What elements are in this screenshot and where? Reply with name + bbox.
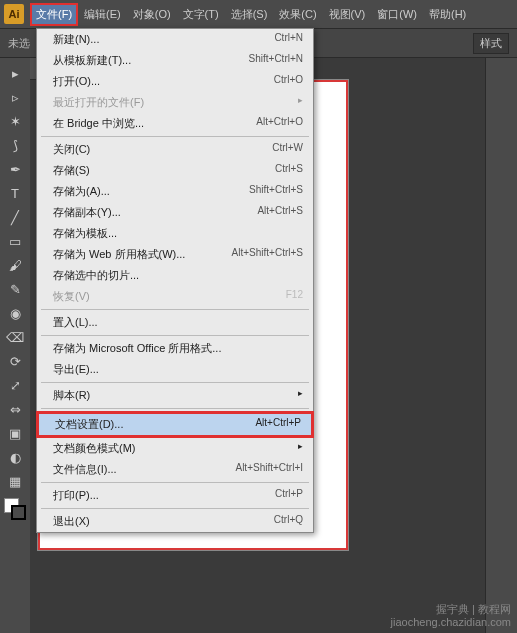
magic-wand-tool[interactable]: ✶ [3, 110, 27, 132]
menu-item-label: 退出(X) [53, 514, 90, 529]
pencil-tool[interactable]: ✎ [3, 278, 27, 300]
menu-item-4[interactable]: 在 Bridge 中浏览...Alt+Ctrl+O [37, 113, 313, 134]
selection-tool[interactable]: ▸ [3, 62, 27, 84]
menu-item-shortcut: Ctrl+P [275, 488, 303, 503]
menu-item-label: 文档设置(D)... [55, 417, 123, 432]
menu-0[interactable]: 文件(F) [30, 3, 78, 26]
menu-item-shortcut: F12 [286, 289, 303, 304]
menu-item-label: 最近打开的文件(F) [53, 95, 144, 110]
menu-separator [41, 309, 309, 310]
file-menu-dropdown: 新建(N)...Ctrl+N从模板新建(T)...Shift+Ctrl+N打开(… [36, 28, 314, 533]
menu-separator [41, 482, 309, 483]
menu-item-label: 导出(E)... [53, 362, 99, 377]
menu-3[interactable]: 文字(T) [177, 3, 225, 26]
menu-item-shortcut: Alt+Ctrl+P [255, 417, 301, 432]
tool-panel: ▸▹✶⟆✒T╱▭🖌✎◉⌫⟳⤢⇔▣◐▦ [0, 58, 30, 633]
menu-item-label: 文档颜色模式(M) [53, 441, 136, 456]
menu-item-shortcut: Shift+Ctrl+N [249, 53, 303, 68]
menu-item-label: 存储(S) [53, 163, 90, 178]
menu-item-8[interactable]: 存储为(A)...Shift+Ctrl+S [37, 181, 313, 202]
menu-1[interactable]: 编辑(E) [78, 3, 127, 26]
menu-item-15[interactable]: 置入(L)... [37, 312, 313, 333]
menu-item-11[interactable]: 存储为 Web 所用格式(W)...Alt+Shift+Ctrl+S [37, 244, 313, 265]
menu-item-13: 恢复(V)F12 [37, 286, 313, 307]
menu-separator [41, 335, 309, 336]
menu-item-20[interactable]: 脚本(R) [37, 385, 313, 406]
menu-item-shortcut: Shift+Ctrl+S [249, 184, 303, 199]
menu-item-label: 打开(O)... [53, 74, 100, 89]
menu-item-24[interactable]: 文件信息(I)...Alt+Shift+Ctrl+I [37, 459, 313, 480]
menu-item-6[interactable]: 关闭(C)Ctrl+W [37, 139, 313, 160]
menu-8[interactable]: 帮助(H) [423, 3, 472, 26]
menu-item-12[interactable]: 存储选中的切片... [37, 265, 313, 286]
menu-item-shortcut: Ctrl+O [274, 74, 303, 89]
line-tool[interactable]: ╱ [3, 206, 27, 228]
blob-brush-tool[interactable]: ◉ [3, 302, 27, 324]
menu-item-17[interactable]: 存储为 Microsoft Office 所用格式... [37, 338, 313, 359]
menu-item-label: 关闭(C) [53, 142, 90, 157]
menu-item-28[interactable]: 退出(X)Ctrl+Q [37, 511, 313, 532]
menu-item-shortcut: Alt+Shift+Ctrl+S [232, 247, 303, 262]
menu-6[interactable]: 视图(V) [323, 3, 372, 26]
menu-7[interactable]: 窗口(W) [371, 3, 423, 26]
menu-separator [41, 408, 309, 409]
eraser-tool[interactable]: ⌫ [3, 326, 27, 348]
menu-item-18[interactable]: 导出(E)... [37, 359, 313, 380]
menu-item-label: 存储副本(Y)... [53, 205, 121, 220]
free-transform-tool[interactable]: ▣ [3, 422, 27, 444]
menu-item-shortcut: Ctrl+S [275, 163, 303, 178]
menu-item-26[interactable]: 打印(P)...Ctrl+P [37, 485, 313, 506]
menu-item-3: 最近打开的文件(F) [37, 92, 313, 113]
menu-item-label: 置入(L)... [53, 315, 98, 330]
menu-item-22[interactable]: 文档设置(D)...Alt+Ctrl+P [39, 414, 311, 435]
menu-item-shortcut: Ctrl+N [274, 32, 303, 47]
menu-item-9[interactable]: 存储副本(Y)...Alt+Ctrl+S [37, 202, 313, 223]
menu-5[interactable]: 效果(C) [273, 3, 322, 26]
rect-tool[interactable]: ▭ [3, 230, 27, 252]
menu-item-7[interactable]: 存储(S)Ctrl+S [37, 160, 313, 181]
direct-select-tool[interactable]: ▹ [3, 86, 27, 108]
menu-item-label: 存储为(A)... [53, 184, 110, 199]
type-tool[interactable]: T [3, 182, 27, 204]
menu-separator [41, 508, 309, 509]
menu-item-shortcut: Ctrl+Q [274, 514, 303, 529]
width-tool[interactable]: ⇔ [3, 398, 27, 420]
menu-separator [41, 136, 309, 137]
watermark: 握宇典 | 教程网 jiaocheng.chazidian.com [391, 603, 511, 629]
shape-builder-tool[interactable]: ◐ [3, 446, 27, 468]
menu-4[interactable]: 选择(S) [225, 3, 274, 26]
brush-tool[interactable]: 🖌 [3, 254, 27, 276]
menu-item-shortcut: Alt+Shift+Ctrl+I [235, 462, 303, 477]
lasso-tool[interactable]: ⟆ [3, 134, 27, 156]
menu-item-label: 恢复(V) [53, 289, 90, 304]
menu-item-shortcut: Alt+Ctrl+S [257, 205, 303, 220]
menu-item-23[interactable]: 文档颜色模式(M) [37, 438, 313, 459]
menu-item-label: 打印(P)... [53, 488, 99, 503]
rotate-tool[interactable]: ⟳ [3, 350, 27, 372]
menu-2[interactable]: 对象(O) [127, 3, 177, 26]
menu-item-label: 脚本(R) [53, 388, 90, 403]
title-bar: Ai 文件(F)编辑(E)对象(O)文字(T)选择(S)效果(C)视图(V)窗口… [0, 0, 517, 28]
menu-item-label: 存储为 Web 所用格式(W)... [53, 247, 185, 262]
menu-item-shortcut: Alt+Ctrl+O [256, 116, 303, 131]
pen-tool[interactable]: ✒ [3, 158, 27, 180]
menu-item-10[interactable]: 存储为模板... [37, 223, 313, 244]
highlighted-menu-item: 文档设置(D)...Alt+Ctrl+P [36, 411, 314, 438]
menu-separator [41, 382, 309, 383]
menu-item-0[interactable]: 新建(N)...Ctrl+N [37, 29, 313, 50]
color-swatch[interactable] [4, 498, 26, 520]
menu-item-label: 文件信息(I)... [53, 462, 117, 477]
no-selection-label: 未选 [8, 36, 30, 51]
perspective-tool[interactable]: ▦ [3, 470, 27, 492]
menu-item-label: 在 Bridge 中浏览... [53, 116, 144, 131]
menu-item-1[interactable]: 从模板新建(T)...Shift+Ctrl+N [37, 50, 313, 71]
right-dock[interactable] [485, 58, 517, 633]
menu-item-label: 存储选中的切片... [53, 268, 139, 283]
menu-item-2[interactable]: 打开(O)...Ctrl+O [37, 71, 313, 92]
style-button[interactable]: 样式 [473, 33, 509, 54]
menu-bar: 文件(F)编辑(E)对象(O)文字(T)选择(S)效果(C)视图(V)窗口(W)… [30, 3, 472, 26]
scale-tool[interactable]: ⤢ [3, 374, 27, 396]
menu-item-label: 存储为 Microsoft Office 所用格式... [53, 341, 222, 356]
stroke-swatch[interactable] [11, 505, 26, 520]
menu-item-label: 从模板新建(T)... [53, 53, 131, 68]
